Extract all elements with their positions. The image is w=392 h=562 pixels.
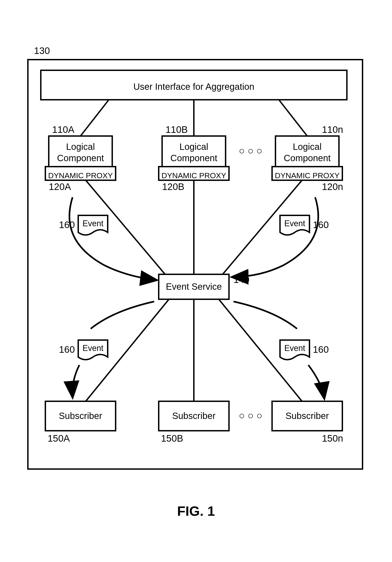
subscriber-n-label: Subscriber [285, 411, 329, 421]
event-doc-top-right-label: Event [284, 219, 305, 228]
arrow-bot-left [72, 365, 79, 397]
ui-aggregation-label: User Interface for Aggregation [133, 82, 254, 92]
ellipsis-top: ○ ○ ○ [239, 145, 262, 156]
comp-b-bottom: Component [170, 153, 217, 163]
event-doc-top-left-label: Event [83, 219, 103, 228]
subscriber-n: Subscriber [272, 401, 342, 431]
ref-120b: 120B [162, 181, 184, 192]
logical-component-a: Logical Component DYNAMIC PROXY [45, 136, 116, 180]
event-service-label: Event Service [166, 281, 222, 292]
comp-a-bottom: Component [57, 153, 104, 163]
proxy-a-label: DYNAMIC PROXY [48, 171, 113, 180]
comp-a-top: Logical [66, 142, 95, 152]
ref-160-br: 160 [313, 344, 329, 355]
event-doc-top-right: Event [280, 215, 309, 235]
ref-150a: 150A [48, 433, 70, 444]
line-ui-to-n [279, 100, 307, 136]
event-doc-bottom-left-label: Event [83, 343, 103, 353]
event-doc-bottom-right: Event [280, 340, 309, 360]
ref-120a: 120A [49, 181, 71, 192]
ref-110a: 110A [52, 124, 74, 135]
figure-label: FIG. 1 [0, 503, 392, 519]
subscriber-b: Subscriber [159, 401, 229, 431]
diagram-page: 130 User Interface for Aggregation Logic… [0, 0, 392, 562]
logical-component-n: Logical Component DYNAMIC PROXY [272, 136, 342, 180]
comp-n-bottom: Component [284, 153, 331, 163]
ref-160-tl: 160 [59, 220, 75, 230]
subscriber-b-label: Subscriber [172, 411, 215, 421]
event-doc-bottom-left: Event [78, 340, 108, 360]
ref-160-bl: 160 [59, 344, 75, 355]
comp-b-top: Logical [179, 142, 208, 152]
arrow-bot-left-upper-seg [91, 302, 154, 329]
arrow-bot-right-upper-seg [234, 302, 297, 329]
event-service-box: Event Service [159, 274, 229, 299]
ref-110b: 110B [166, 124, 188, 135]
subscriber-a: Subscriber [45, 401, 116, 431]
ui-aggregation-box: User Interface for Aggregation [41, 70, 347, 100]
logical-component-b: Logical Component DYNAMIC PROXY [159, 136, 229, 180]
diagram-svg: User Interface for Aggregation Logical C… [0, 0, 392, 562]
ref-110n: 110n [322, 124, 343, 135]
arrow-bot-right [308, 365, 324, 398]
line-ui-to-a [81, 100, 109, 136]
event-doc-bottom-right-label: Event [284, 343, 305, 353]
event-doc-top-left: Event [78, 215, 108, 235]
ref-140: 140 [234, 274, 249, 285]
ref-150b: 150B [161, 433, 183, 444]
ref-160-tr: 160 [313, 220, 329, 230]
proxy-n-label: DYNAMIC PROXY [275, 171, 339, 180]
ellipsis-bottom: ○ ○ ○ [239, 410, 262, 421]
comp-n-top: Logical [293, 142, 322, 152]
arrow-top-left [69, 197, 156, 280]
proxy-b-label: DYNAMIC PROXY [161, 171, 226, 180]
arrow-top-right [233, 197, 318, 277]
ref-120n: 120n [322, 181, 343, 192]
subscriber-a-label: Subscriber [59, 411, 102, 421]
ref-150n: 150n [322, 433, 343, 444]
